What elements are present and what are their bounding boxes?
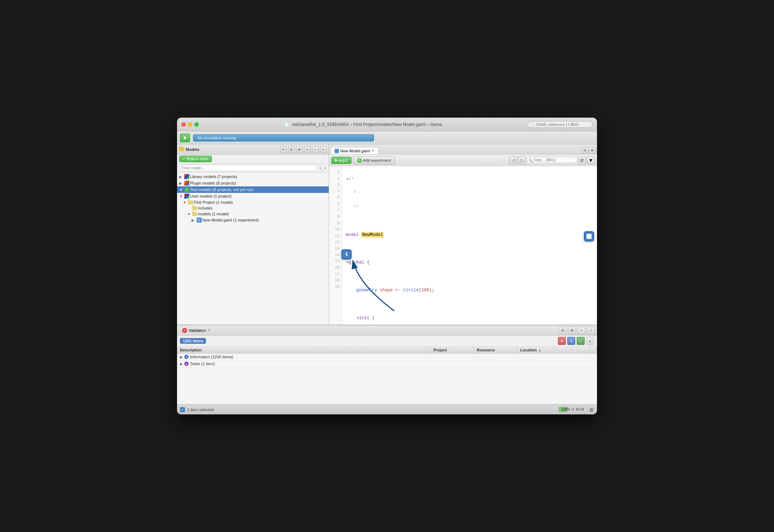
svg-rect-0	[580, 159, 584, 160]
bottom-expand-buttons: ⊟ ⊞ ─ □	[559, 326, 595, 334]
trash-button[interactable]: 🗑	[589, 407, 594, 413]
code-line-10	[346, 301, 593, 308]
row-location-info	[517, 356, 590, 358]
code-line-9: geometry shape <- circle(100);	[346, 287, 593, 294]
col-resource: Resource	[474, 347, 517, 353]
row-location-tasks	[517, 363, 590, 365]
traffic-lights	[181, 122, 199, 127]
filter-errors-button[interactable]: ✕	[558, 337, 566, 345]
tree-item-test[interactable]: ▼ ✓ Test models (8 projects, not yet run…	[177, 186, 329, 193]
filter-button[interactable]: ≡	[304, 146, 311, 153]
row-expand-arrow-task[interactable]: ▶	[180, 362, 183, 366]
built-in-tests-badge[interactable]: ✓ Built-in tests	[179, 156, 212, 162]
validation-toolbar: 1201 items ✕ ℹ ✓ ≡	[177, 335, 597, 347]
editor-toolbar: exp1 + Add experiment ◁ ▷ 🔍	[329, 155, 597, 166]
tree-item-models-folder[interactable]: ▼ models (1 model)	[177, 211, 329, 217]
items-count-badge: 1201 items	[180, 338, 206, 344]
find-wrapper: 🔍	[527, 156, 577, 164]
tree-item-plugin[interactable]: ▶ Plugin models (8 projects)	[177, 180, 329, 186]
maximize-bottom-button[interactable]: □	[587, 326, 595, 334]
outline-button[interactable]	[578, 156, 586, 164]
editor-expand-btn[interactable]: ⊠	[589, 147, 596, 153]
nav-forward-arrow[interactable]: ›	[323, 165, 327, 171]
filter-columns-button[interactable]: ⊟	[559, 326, 567, 334]
col-project: Project	[430, 347, 474, 353]
sort-icon: ▲	[538, 348, 542, 352]
tree-item-includes[interactable]: includes	[177, 205, 329, 211]
models-tree: ▶ Library models (7 projects) ▶ Plugin m…	[177, 173, 329, 325]
add-experiment-button[interactable]: + Add experiment	[353, 156, 395, 164]
minimize-bottom-button[interactable]: ─	[577, 326, 585, 334]
link-button[interactable]: ⊞	[296, 146, 303, 153]
minimize-button[interactable]	[188, 122, 192, 127]
tree-item-user[interactable]: ▼ User models (1 project)	[177, 193, 329, 199]
sync-button[interactable]: ⟳	[280, 146, 287, 153]
nav-back-button[interactable]: ◁	[509, 156, 517, 164]
table-row[interactable]: ▶ i Information (1200 items)	[177, 354, 597, 360]
folder-icon	[179, 147, 184, 151]
col-location: Location ▲	[517, 347, 590, 353]
nav-forward-button[interactable]: ▷	[518, 156, 526, 164]
tree-item-first-project[interactable]: ▼ First Project (1 model)	[177, 199, 329, 205]
table-row[interactable]: ▶ ● Tasks (1 item)	[177, 360, 597, 367]
row-resource-info	[474, 356, 517, 358]
row-project-info	[430, 356, 474, 358]
tab-close-button[interactable]: ✕	[371, 148, 375, 153]
tab-close-icon[interactable]: ✕	[207, 328, 211, 333]
filter-info-button[interactable]: ℹ	[567, 337, 575, 345]
bottom-tab-bar: ✕ Validation ✕ ⊟ ⊞ ─ □	[177, 325, 597, 335]
collapse-all-button[interactable]: ⊟	[288, 146, 295, 153]
plugin-icon	[184, 181, 189, 186]
code-editor[interactable]: ℹ 1 2 3	[329, 166, 597, 325]
code-line-2: *	[346, 190, 593, 197]
close-panel-button[interactable]: ×	[320, 146, 327, 153]
code-line-4	[346, 218, 593, 224]
editor-tab-bar: New Model.gaml ✕ ⊟ ⊠	[329, 144, 597, 155]
side-panel-icon	[586, 234, 592, 239]
bottom-panel: ✕ Validation ✕ ⊟ ⊞ ─ □ 1201 items ✕ ℹ ✓ …	[177, 325, 597, 404]
tree-item-library[interactable]: ▶ Library models (7 projects)	[177, 173, 329, 180]
minimize-panel-button[interactable]: ─	[312, 146, 319, 153]
info-button[interactable]: ℹ	[341, 249, 352, 259]
code-line-1: ▼/*	[346, 176, 593, 183]
nav-back-arrow[interactable]: ‹	[319, 165, 322, 171]
main-area: Models ⟳ ⊟ ⊞ ≡ ─ × ✓ Built-in tests ‹	[177, 144, 597, 325]
validation-error-icon: ✕	[182, 328, 187, 333]
find-model-input[interactable]	[179, 165, 317, 171]
row-description-tasks: ▶ ● Tasks (1 item)	[177, 360, 430, 367]
side-panel-button[interactable]	[584, 231, 594, 241]
filter-list-button[interactable]: ≡	[586, 337, 594, 345]
main-toolbar: No simulation running	[177, 131, 597, 144]
maximize-button[interactable]	[194, 122, 199, 127]
left-panel: Models ⟳ ⊟ ⊞ ≡ ─ × ✓ Built-in tests ‹	[177, 144, 329, 325]
run-button[interactable]	[180, 134, 190, 142]
col-description: Description	[177, 347, 430, 353]
code-content[interactable]: ▼/* * */ model NewModel ▼global { geomet…	[342, 166, 597, 325]
gaml-reference-search[interactable]	[527, 121, 593, 128]
svg-rect-2	[580, 161, 584, 162]
simulation-status: No simulation running	[193, 134, 374, 142]
find-input[interactable]	[527, 157, 577, 163]
editor-minimize-btn[interactable]: ⊟	[582, 147, 588, 153]
tab-new-model[interactable]: New Model.gaml ✕	[331, 147, 379, 154]
exp1-button[interactable]: exp1	[331, 157, 352, 164]
exp-play-icon	[335, 159, 337, 162]
gaml-search-wrapper: 🔍	[527, 121, 593, 128]
outline-icon	[580, 158, 584, 162]
code-line-3: */	[346, 204, 593, 211]
models-folder-icon	[192, 212, 197, 216]
test-check-icon: ✓	[184, 187, 189, 192]
title-bar: 📄 wsGamaRel_1.8_334544454 – First Projec…	[177, 118, 597, 131]
col-extra	[590, 347, 597, 353]
row-description-info: ▶ i Information (1200 items)	[177, 354, 430, 360]
filter-ok-button[interactable]: ✓	[577, 337, 585, 345]
row-expand-arrow[interactable]: ▶	[180, 355, 183, 359]
tab-validation[interactable]: ✕ Validation ✕	[179, 327, 214, 334]
close-button[interactable]	[181, 122, 186, 127]
layout-button[interactable]: ⊞	[568, 326, 576, 334]
first-project-folder-icon	[188, 200, 193, 204]
built-in-tests-bar: ✓ Built-in tests	[177, 155, 329, 164]
expand-btn[interactable]: ▾	[587, 156, 595, 164]
title-icon: 📄	[284, 122, 289, 127]
tree-item-new-model[interactable]: ▶ G New Model.gaml (1 experiment)	[177, 217, 329, 223]
